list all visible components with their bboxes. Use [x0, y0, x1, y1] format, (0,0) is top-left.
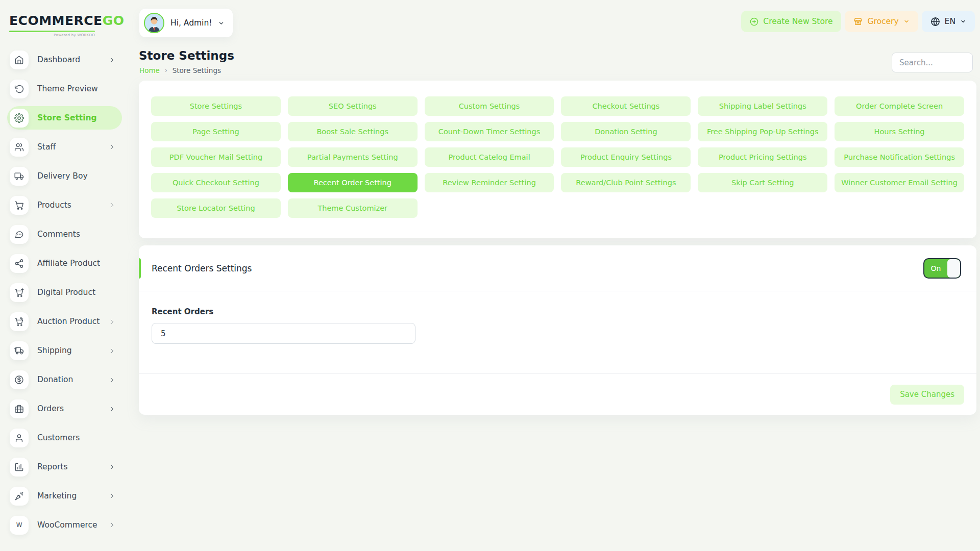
- settings-tab-product-pricing-settings[interactable]: Product Pricing Settings: [698, 147, 827, 167]
- create-new-store-button[interactable]: Create New Store: [741, 11, 841, 32]
- sidebar-item-digital-product[interactable]: Digital Product: [7, 281, 122, 304]
- search-input[interactable]: [892, 53, 973, 72]
- shipping-truck-icon: [10, 341, 29, 360]
- plus-circle-icon: [750, 17, 758, 26]
- home-icon: [10, 51, 29, 69]
- sidebar-item-donation[interactable]: Donation: [7, 368, 122, 391]
- settings-tab-custom-settings[interactable]: Custom Settings: [425, 96, 554, 116]
- megaphone-icon: [10, 487, 29, 506]
- settings-tab-recent-order-setting[interactable]: Recent Order Setting: [288, 173, 418, 192]
- settings-tab-hours-setting[interactable]: Hours Setting: [835, 122, 964, 141]
- panel-header: Recent Orders Settings On: [139, 245, 976, 291]
- settings-tab-partial-payments-setting[interactable]: Partial Payments Setting: [288, 147, 418, 167]
- sidebar-item-label: Shipping: [37, 346, 72, 355]
- chevron-right-icon: [109, 144, 115, 151]
- settings-tab-product-catelog-email[interactable]: Product Catelog Email: [425, 147, 554, 167]
- sidebar-item-label: Auction Product: [37, 317, 100, 326]
- settings-tab-donation-setting[interactable]: Donation Setting: [561, 122, 691, 141]
- sidebar-item-label: Marketing: [37, 491, 77, 500]
- sidebar-item-marketing[interactable]: Marketing: [7, 484, 122, 508]
- settings-tab-review-reminder-setting[interactable]: Review Reminder Setting: [425, 173, 554, 192]
- sidebar-item-shipping[interactable]: Shipping: [7, 339, 122, 362]
- settings-tab-winner-customer-email-setting[interactable]: Winner Customer Email Setting: [835, 173, 964, 192]
- settings-tab-shipping-label-settings[interactable]: Shipping Label Settings: [698, 96, 827, 116]
- sidebar-item-customers[interactable]: Customers: [7, 426, 122, 449]
- header-actions: Create New Store Grocery EN: [741, 11, 975, 32]
- logo[interactable]: ECOMMERCEGO Powered by WORKDO: [9, 13, 100, 37]
- chevron-right-icon: [109, 347, 115, 354]
- breadcrumb-current: Store Settings: [173, 66, 221, 74]
- sidebar-item-theme-preview[interactable]: Theme Preview: [7, 77, 122, 101]
- panel-footer: Save Changes: [139, 373, 976, 415]
- settings-tab-product-enquiry-settings[interactable]: Product Enquiry Settings: [561, 147, 691, 167]
- settings-tab-theme-customizer[interactable]: Theme Customizer: [288, 198, 418, 218]
- sidebar-item-label: Delivery Boy: [37, 171, 88, 181]
- user-icon: [10, 429, 29, 447]
- comment-icon: [10, 225, 29, 244]
- sidebar-item-reports[interactable]: Reports: [7, 455, 122, 479]
- recent-orders-input[interactable]: [152, 323, 415, 344]
- settings-tab-purchase-notification-settings[interactable]: Purchase Notification Settings: [835, 147, 964, 167]
- language-dropdown[interactable]: EN: [922, 11, 975, 32]
- sidebar-item-staff[interactable]: Staff: [7, 135, 122, 159]
- sidebar-item-affiliate-product[interactable]: Affiliate Product: [7, 252, 122, 275]
- user-menu[interactable]: Hi, Admin!: [139, 9, 233, 37]
- sidebar-item-label: Store Setting: [37, 113, 97, 122]
- recent-orders-toggle[interactable]: On: [923, 258, 961, 279]
- chevron-down-icon: [218, 20, 225, 27]
- settings-tab-page-setting[interactable]: Page Setting: [151, 122, 281, 141]
- chevron-right-icon: [109, 406, 115, 412]
- bar-chart-icon: [10, 458, 29, 477]
- sidebar-item-auction-product[interactable]: Auction Product: [7, 310, 122, 333]
- recent-orders-panel: Recent Orders Settings On Recent Orders …: [139, 245, 976, 415]
- settings-tabs-grid: Store SettingsSEO SettingsCustom Setting…: [151, 96, 964, 218]
- settings-tab-boost-sale-settings[interactable]: Boost Sale Settings: [288, 122, 418, 141]
- chevron-right-icon: [109, 377, 115, 383]
- logo-accent: GO: [103, 13, 125, 28]
- breadcrumb-home-link[interactable]: Home: [139, 66, 160, 74]
- sidebar-item-products[interactable]: Products: [7, 193, 122, 217]
- settings-tab-quick-checkout-setting[interactable]: Quick Checkout Setting: [151, 173, 281, 192]
- settings-tab-count-down-timer-settings[interactable]: Count-Down Timer Settings: [425, 122, 554, 141]
- sidebar-item-label: Donation: [37, 375, 73, 384]
- affiliate-icon: [10, 254, 29, 273]
- sidebar-item-dashboard[interactable]: Dashboard: [7, 48, 122, 71]
- sidebar-item-label: WooCommerce: [37, 520, 97, 530]
- settings-tab-reward-club-point-settings[interactable]: Reward/Club Point Settings: [561, 173, 691, 192]
- settings-tab-checkout-settings[interactable]: Checkout Settings: [561, 96, 691, 116]
- globe-icon: [930, 17, 940, 27]
- logo-tagline: Powered by WORKDO: [9, 33, 95, 37]
- chevron-right-icon: [109, 522, 115, 529]
- store-selector-label: Grocery: [867, 17, 898, 26]
- gear-icon: [10, 109, 29, 128]
- storefront-icon: [853, 17, 863, 26]
- panel-accent: [139, 258, 141, 279]
- settings-tab-seo-settings[interactable]: SEO Settings: [288, 96, 418, 116]
- page-title: Store Settings: [139, 49, 234, 62]
- sidebar-item-label: Orders: [37, 404, 64, 413]
- settings-tab-skip-cart-setting[interactable]: Skip Cart Setting: [698, 173, 827, 192]
- sidebar-item-delivery-boy[interactable]: Delivery Boy: [7, 164, 122, 188]
- store-settings-page: ECOMMERCEGO Powered by WORKDO DashboardT…: [0, 0, 980, 551]
- sidebar-item-orders[interactable]: Orders: [7, 397, 122, 420]
- settings-tab-order-complete-screen[interactable]: Order Complete Screen: [835, 96, 964, 116]
- save-changes-button[interactable]: Save Changes: [890, 385, 964, 405]
- sidebar-item-woocommerce[interactable]: WWooCommerce: [7, 513, 122, 537]
- sidebar-item-comments[interactable]: Comments: [7, 222, 122, 246]
- store-selector-dropdown[interactable]: Grocery: [845, 11, 918, 32]
- settings-tab-store-locator-setting[interactable]: Store Locator Setting: [151, 198, 281, 218]
- logo-text: ECOMMERCEGO: [9, 13, 100, 28]
- settings-tabs-card: Store SettingsSEO SettingsCustom Setting…: [139, 81, 976, 238]
- chevron-down-icon: [903, 18, 910, 24]
- settings-tab-free-shipping-pop-up-settings[interactable]: Free Shipping Pop-Up Settings: [698, 122, 827, 141]
- theme-preview-icon: [10, 80, 29, 98]
- toggle-knob: [947, 259, 960, 278]
- settings-tab-pdf-voucher-mail-setting[interactable]: PDF Voucher Mail Setting: [151, 147, 281, 167]
- staff-icon: [10, 138, 29, 157]
- language-label: EN: [945, 17, 955, 26]
- sidebar-item-label: Customers: [37, 433, 80, 442]
- briefcase-icon: [10, 399, 29, 418]
- settings-tab-store-settings[interactable]: Store Settings: [151, 96, 281, 116]
- delivery-truck-icon: [10, 167, 29, 186]
- sidebar-item-store-setting[interactable]: Store Setting: [7, 106, 122, 130]
